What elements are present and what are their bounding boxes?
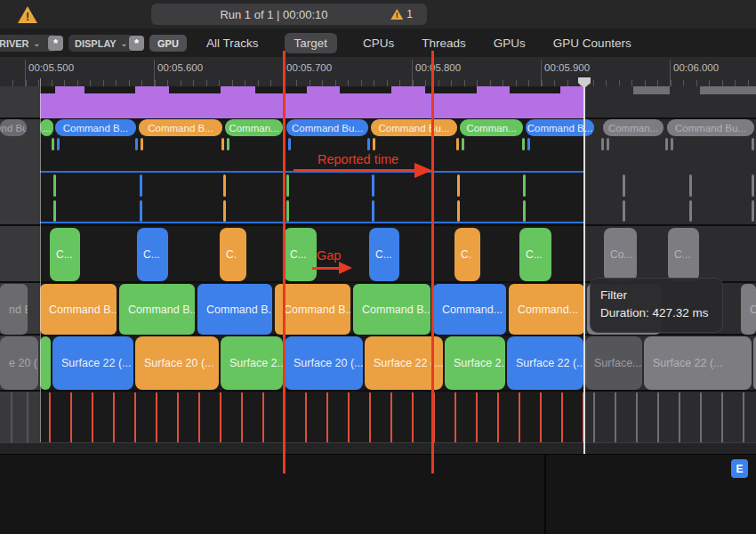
vsync-tick (241, 392, 243, 442)
command-buffer-block[interactable]: Command Bu... (286, 119, 368, 136)
tab-target[interactable]: Target (285, 33, 338, 53)
compute-block[interactable]: C... (284, 228, 317, 281)
ruler-minor-tick (12, 80, 13, 86)
surface-block[interactable]: Surface 22 (... (507, 336, 583, 390)
ruler-minor-tick (270, 80, 271, 86)
surface-block[interactable]: Surface... (585, 336, 642, 390)
command-block[interactable]: Co... (741, 284, 756, 335)
surface-block[interactable]: Surface 20 (... (285, 336, 363, 390)
tab-cpus[interactable]: CPUs (361, 33, 396, 53)
display-star-button[interactable]: * (129, 36, 144, 51)
tab-gpu-counters[interactable]: GPU Counters (551, 33, 633, 53)
vsync-tick (49, 392, 51, 442)
ruler-minor-tick (26, 80, 27, 86)
vsync-tick-dimmed (615, 392, 616, 442)
encoder-tick-bottom (372, 200, 374, 222)
vsync-tick (561, 392, 563, 442)
surface-block[interactable]: e 20 (... (0, 336, 38, 390)
vsync-tick (92, 392, 93, 442)
compute-block[interactable]: C... (50, 228, 80, 281)
surface-block[interactable] (40, 336, 51, 390)
surface-block[interactable]: Surface 2... (221, 336, 283, 390)
ruler-time-label: 00:05.800 (415, 62, 461, 73)
detail-panel: Process Thread c... GPUTimeCheck (369) _… (0, 454, 756, 534)
compute-block[interactable]: C... (668, 228, 699, 281)
warning-count-badge[interactable]: ! 1 (390, 8, 413, 20)
ruler-minor-tick (464, 80, 465, 86)
vsync-tick (497, 392, 499, 442)
command-buffer-block[interactable]: ... (40, 119, 53, 136)
ruler-minor-tick (399, 80, 400, 86)
vsync-tick-dimmed (636, 392, 638, 442)
surface-block[interactable]: Surface 22 (... (644, 336, 752, 390)
horizontal-scroll-strip[interactable] (0, 442, 756, 455)
command-buffer-block[interactable]: hand Bu... (0, 119, 27, 136)
encoder-tick-top (286, 174, 289, 197)
gpu-filter-button[interactable]: GPU (149, 35, 187, 52)
e-filter-badge[interactable]: E (731, 459, 748, 478)
ruler-time-label: 00:05.500 (28, 62, 74, 73)
ruler-minor-tick (38, 80, 39, 86)
ruler-time-label: 00:05.700 (286, 62, 332, 73)
ruler-minor-tick (245, 80, 245, 86)
surface-block[interactable]: Surface 22 (... (52, 336, 133, 390)
command-buffer-boundary-tick (227, 138, 229, 150)
command-buffer-block[interactable]: Command Bu... (371, 119, 457, 136)
command-block[interactable]: nd B... (0, 284, 28, 335)
command-buffer-boundary-tick (221, 138, 224, 150)
ruler-minor-tick (567, 80, 568, 86)
surface-block[interactable]: Surface 2... (445, 336, 505, 390)
command-buffer-block[interactable]: Comman... (460, 119, 523, 136)
command-block[interactable]: Command... (509, 284, 584, 335)
time-ruler[interactable]: 00:05.50000:05.60000:05.70000:05.80000:0… (0, 57, 756, 87)
command-block[interactable]: Command B... (275, 284, 350, 335)
command-block[interactable]: Command B... (119, 284, 195, 335)
vsync-tick-dimmed (11, 392, 12, 442)
command-buffer-block[interactable]: Command B... (55, 119, 136, 136)
driver-star-button[interactable]: * (48, 36, 63, 51)
compute-block[interactable]: Co... (604, 228, 637, 281)
command-buffer-block[interactable]: Comman... (225, 119, 283, 136)
command-buffer-block[interactable]: Command Bu... (667, 119, 754, 136)
command-buffer-boundary-tick (373, 138, 375, 150)
display-track-notch (255, 86, 307, 93)
command-buffer-block[interactable]: Comman... (603, 119, 664, 136)
compute-block[interactable]: C... (369, 228, 399, 281)
warning-icon[interactable]: ! (18, 6, 37, 23)
display-dropdown[interactable]: DISPLAY ⌄ (68, 35, 133, 52)
encoder-tick-top (140, 174, 142, 197)
ruler-minor-tick (593, 80, 594, 86)
command-block[interactable]: Command B... (353, 284, 430, 335)
encoder-tick-bottom (223, 200, 226, 222)
display-track-notch (84, 86, 135, 93)
command-block[interactable]: Command B... (40, 284, 117, 335)
run-status-pill[interactable]: Run 1 of 1 | 00:00:10 ! 1 (151, 4, 427, 25)
surface-block[interactable]: Surface 20 (... (135, 336, 219, 390)
vsync-tick (412, 392, 414, 442)
command-block[interactable]: Command B... (197, 284, 272, 335)
panel-divider[interactable] (544, 454, 546, 534)
encoder-tick-bottom (140, 200, 142, 222)
ruler-minor-tick (671, 80, 672, 86)
display-track-gray-bar (633, 86, 670, 94)
warning-count: 1 (406, 8, 413, 20)
tab-threads[interactable]: Threads (420, 33, 468, 53)
compute-block[interactable]: C... (519, 228, 551, 281)
vsync-tick (220, 392, 221, 442)
vsync-tick (390, 392, 392, 442)
playhead-line[interactable] (583, 78, 585, 454)
tab-all-tracks[interactable]: All Tracks (205, 33, 261, 53)
vsync-tick (540, 392, 542, 442)
ruler-minor-tick (490, 80, 491, 86)
ruler-minor-tick (232, 80, 233, 86)
compute-block[interactable]: C... (137, 228, 168, 281)
filter-tooltip-title: Filter (600, 287, 712, 304)
ruler-time-label: 00:05.900 (544, 62, 590, 73)
command-block[interactable]: Command... (433, 284, 506, 335)
vsync-tick-dimmed (700, 392, 702, 442)
command-buffer-block[interactable]: Command B... (139, 119, 222, 136)
compute-block[interactable]: C. (454, 228, 480, 281)
compute-block[interactable]: C. (220, 228, 246, 281)
ruler-minor-tick (748, 80, 749, 86)
tab-gpus[interactable]: GPUs (492, 33, 527, 53)
